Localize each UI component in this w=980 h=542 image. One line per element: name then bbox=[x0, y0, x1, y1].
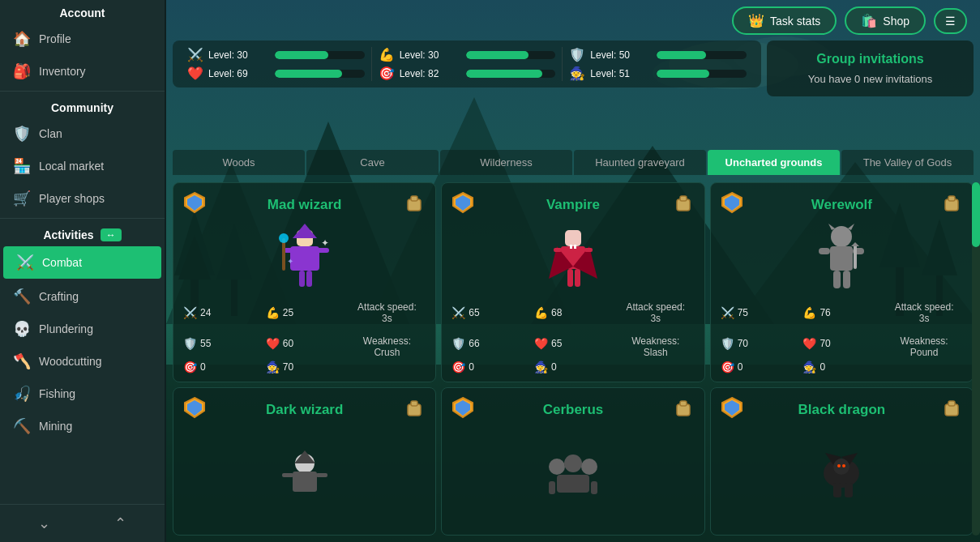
svg-rect-74 bbox=[680, 401, 687, 406]
svg-rect-60 bbox=[854, 245, 857, 269]
stat-row-attack: ⚔️ Level: 30 bbox=[187, 47, 365, 62]
nav-up-button[interactable]: ⌃ bbox=[105, 511, 136, 536]
tab-cave[interactable]: Cave bbox=[306, 150, 439, 175]
mstat-attack-0: ⚔️ 24 bbox=[183, 298, 261, 327]
magic-icon: 🧙 bbox=[569, 66, 585, 81]
sidebar-label-woodcutting: Woodcutting bbox=[39, 355, 102, 368]
strength-icon-2: 💪 bbox=[802, 306, 816, 319]
task-stats-button[interactable]: 👑 Task stats bbox=[732, 6, 837, 35]
sidebar-nav: ⌄ ⌃ bbox=[0, 504, 165, 542]
monster-header-0: Mad wizard bbox=[183, 191, 426, 219]
monster-name-4: Cerberus bbox=[474, 402, 671, 418]
svg-rect-59 bbox=[843, 271, 850, 288]
menu-button[interactable]: ☰ bbox=[934, 8, 967, 34]
mstat-magic-0: 🧙 70 bbox=[266, 361, 344, 373]
tab-wilderness[interactable]: Wilderness bbox=[440, 150, 572, 175]
tab-uncharted-grounds[interactable]: Uncharted grounds bbox=[708, 150, 840, 175]
sidebar-item-inventory[interactable]: 🎒 Inventory bbox=[0, 55, 165, 87]
sidebar-label-mining: Mining bbox=[39, 420, 72, 433]
monster-sprite-2 bbox=[721, 222, 963, 295]
sidebar-item-local-market[interactable]: 🏪 Local market bbox=[0, 150, 165, 182]
magic-bar bbox=[657, 70, 708, 78]
monster-bag-0 bbox=[403, 191, 426, 219]
divider-activities bbox=[0, 218, 165, 219]
monster-sprite-4 bbox=[451, 427, 694, 527]
mining-icon: ⛏️ bbox=[13, 417, 31, 435]
monster-header-4: Cerberus bbox=[451, 396, 694, 424]
mstat-ranged-2: 🎯 0 bbox=[721, 361, 798, 373]
clan-icon: 🛡️ bbox=[13, 125, 31, 143]
svg-marker-24 bbox=[293, 224, 317, 238]
monster-shield-5 bbox=[721, 396, 743, 424]
nav-down-button[interactable]: ⌄ bbox=[28, 511, 60, 536]
monster-name-2: Werewolf bbox=[743, 197, 940, 213]
svg-point-77 bbox=[581, 459, 597, 475]
monster-sprite-1 bbox=[451, 222, 694, 295]
woodcutting-icon: 🪓 bbox=[13, 352, 31, 370]
strength-icon-1: 💪 bbox=[534, 306, 548, 319]
defense-bar bbox=[657, 51, 706, 59]
svg-rect-92 bbox=[845, 483, 853, 497]
monster-shield-4 bbox=[451, 396, 474, 424]
sidebar-item-plundering[interactable]: 💀 Plundering bbox=[0, 313, 165, 345]
svg-text:✦: ✦ bbox=[321, 237, 329, 249]
monster-shield-0 bbox=[183, 191, 206, 219]
stat-row-hp: ❤️ Level: 69 bbox=[187, 66, 365, 81]
monster-bag-4 bbox=[672, 396, 695, 424]
sidebar-item-fishing[interactable]: 🎣 Fishing bbox=[0, 378, 165, 410]
hp-bar bbox=[275, 70, 342, 78]
shop-button[interactable]: 🛍️ Shop bbox=[845, 6, 926, 35]
mstat-attack-val-1: 65 bbox=[469, 307, 479, 318]
mstat-strength-0: 💪 25 bbox=[266, 298, 344, 327]
plundering-icon: 💀 bbox=[13, 320, 31, 338]
stat-magic-label: Level: 51 bbox=[590, 68, 648, 79]
sidebar-item-combat[interactable]: ⚔️ Combat bbox=[3, 246, 161, 279]
svg-point-76 bbox=[564, 455, 582, 472]
monster-header-3: Dark wizard bbox=[183, 396, 426, 424]
monster-card-5: Black dragon bbox=[710, 387, 974, 536]
mstat-strength-val-2: 76 bbox=[820, 307, 830, 318]
svg-rect-84 bbox=[948, 401, 955, 406]
tab-haunted-graveyard[interactable]: Haunted graveyard bbox=[574, 150, 706, 175]
mstat-attack-val-0: 24 bbox=[200, 307, 211, 318]
sidebar-item-player-shops[interactable]: 🛒 Player shops bbox=[0, 182, 165, 215]
attack-speed-label-2: Attack speed: bbox=[895, 301, 954, 313]
account-section-title: Account bbox=[0, 0, 165, 23]
tab-valley-of-gods[interactable]: The Valley of Gods bbox=[841, 150, 974, 175]
monster-header-1: Vampire bbox=[451, 191, 694, 219]
monster-name-3: Dark wizard bbox=[206, 402, 403, 418]
sidebar-item-clan[interactable]: 🛡️ Clan bbox=[0, 117, 165, 150]
svg-marker-61 bbox=[851, 242, 859, 246]
heart-icon-0: ❤️ bbox=[266, 337, 280, 350]
svg-rect-22 bbox=[411, 196, 417, 201]
sidebar-item-crafting[interactable]: 🔨 Crafting bbox=[0, 280, 165, 313]
monster-shield-1 bbox=[451, 191, 474, 219]
attack-speed-val-0: 3s bbox=[382, 313, 392, 324]
monster-sprite-0: ✦ ✦ bbox=[183, 222, 426, 295]
svg-marker-53 bbox=[828, 224, 835, 230]
strength-bar-wrap bbox=[466, 51, 556, 59]
monster-stats-2: ⚔️ 75 💪 76 Attack speed: 3s Weakness: Po… bbox=[721, 298, 963, 373]
mstat-ranged-1: 🎯 0 bbox=[451, 361, 529, 373]
stat-strength-label: Level: 30 bbox=[400, 49, 458, 61]
svg-rect-79 bbox=[549, 481, 555, 494]
svg-point-31 bbox=[279, 233, 289, 243]
sidebar-item-profile[interactable]: 🏠 Profile bbox=[0, 23, 165, 55]
scroll-thumb[interactable] bbox=[972, 182, 980, 247]
strength-icon-0: 💪 bbox=[266, 306, 280, 319]
magic-icon-1: 🧙 bbox=[534, 361, 548, 373]
weakness-label-1: Weakness: bbox=[631, 335, 679, 347]
divider-community bbox=[0, 91, 165, 92]
tab-woods[interactable]: Woods bbox=[173, 150, 305, 175]
mstat-ranged-val-0: 0 bbox=[200, 361, 206, 373]
sidebar-item-woodcutting[interactable]: 🪓 Woodcutting bbox=[0, 345, 165, 378]
sidebar: Account 🏠 Profile 🎒 Inventory Community … bbox=[0, 0, 166, 542]
attack-bar-wrap bbox=[275, 51, 365, 59]
combat-icon: ⚔️ bbox=[16, 254, 34, 271]
group-invite-text: You have 0 new invitations bbox=[781, 73, 959, 85]
svg-point-89 bbox=[837, 464, 841, 467]
svg-point-88 bbox=[833, 459, 849, 475]
monster-stats-1: ⚔️ 65 💪 68 Attack speed: 3s Weakness: Sl… bbox=[451, 298, 694, 373]
sidebar-item-mining[interactable]: ⛏️ Mining bbox=[0, 410, 165, 442]
defense-bar-wrap bbox=[657, 51, 747, 59]
